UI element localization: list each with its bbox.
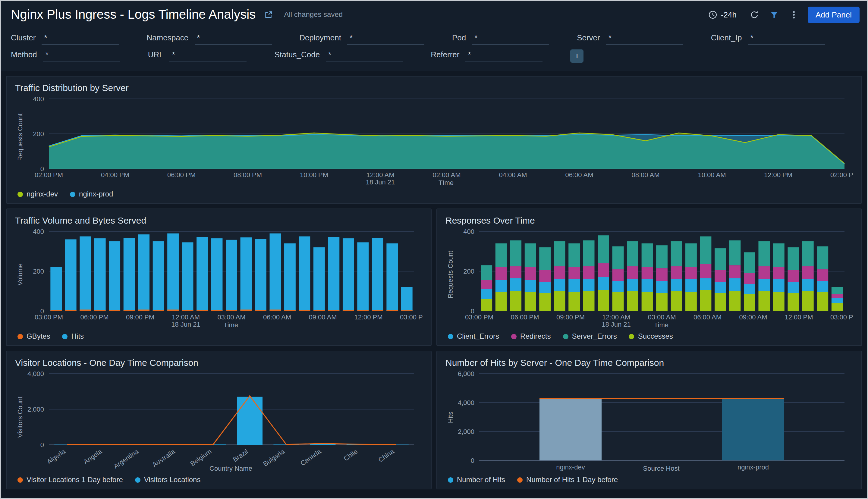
- url-input[interactable]: [170, 49, 247, 61]
- svg-text:Chile: Chile: [342, 448, 359, 463]
- svg-text:06:00 AM: 06:00 AM: [263, 313, 291, 321]
- svg-text:12:00 PM: 12:00 PM: [764, 171, 792, 179]
- svg-text:12:00 AM: 12:00 AM: [172, 313, 200, 321]
- filter-method: Method: [11, 49, 120, 61]
- svg-text:2,000: 2,000: [27, 405, 44, 413]
- legend-label: Redirects: [520, 332, 551, 341]
- chart-legend: Client_ErrorsRedirectsServer_ErrorsSucce…: [448, 332, 853, 341]
- filter-label: Namespace: [146, 33, 188, 42]
- panel-hits-by-server: Number of Hits by Server - One Day Time …: [437, 351, 862, 489]
- filter-url: URL: [148, 49, 247, 61]
- legend-color-dot: [563, 333, 568, 339]
- client-ip-input[interactable]: [748, 33, 825, 45]
- panel-title: Traffic Volume and Bytes Served: [15, 215, 423, 226]
- clock-icon: [708, 10, 717, 19]
- panel-grid: Traffic Distribution by Server Requests …: [1, 71, 867, 498]
- referrer-input[interactable]: [466, 49, 543, 61]
- svg-text:03:00 PM: 03:00 PM: [35, 313, 63, 321]
- share-icon[interactable]: [263, 9, 274, 20]
- svg-text:06:00 PM: 06:00 PM: [511, 313, 539, 321]
- legend-label: Hits: [71, 332, 84, 341]
- svg-text:Belgium: Belgium: [189, 448, 213, 468]
- legend-label: Number of Hits: [457, 475, 505, 484]
- legend-color-dot: [17, 191, 23, 197]
- legend-item[interactable]: nginx-dev: [17, 190, 58, 198]
- legend-item[interactable]: nginx-prod: [70, 190, 113, 198]
- svg-text:400: 400: [463, 228, 474, 235]
- filter-row-1: Cluster Namespace Deployment Pod Server …: [11, 33, 857, 45]
- svg-text:08:00 PM: 08:00 PM: [234, 171, 262, 179]
- filter-pod: Pod: [452, 33, 549, 45]
- legend-item[interactable]: Visitors Locations: [135, 475, 201, 484]
- svg-text:02:00 PM: 02:00 PM: [35, 171, 63, 179]
- add-panel-button[interactable]: Add Panel: [808, 6, 859, 23]
- panel-traffic-distribution: Traffic Distribution by Server Requests …: [6, 76, 862, 204]
- y-axis-title: Volume: [15, 228, 25, 320]
- legend-label: GBytes: [26, 332, 50, 341]
- svg-text:400: 400: [33, 95, 44, 103]
- legend-color-dot: [517, 477, 523, 483]
- kebab-menu-icon: [790, 10, 798, 19]
- cluster-input[interactable]: [41, 33, 119, 45]
- legend-item[interactable]: Visitor Locations 1 Day before: [17, 475, 123, 484]
- legend-color-dot: [62, 333, 68, 339]
- svg-text:06:00 PM: 06:00 PM: [167, 171, 196, 179]
- svg-text:03:00 AM: 03:00 AM: [218, 313, 246, 321]
- svg-text:12:00 PM: 12:00 PM: [784, 313, 813, 321]
- svg-text:2,000: 2,000: [458, 428, 474, 435]
- y-axis-title: Visitors Count: [15, 370, 25, 464]
- svg-text:0: 0: [40, 441, 44, 449]
- filter-label: Pod: [452, 33, 466, 42]
- chart-legend: Number of HitsNumber of Hits 1 Day befor…: [448, 475, 853, 484]
- dashboard-header: Nginx Plus Ingress - Logs Timeline Analy…: [1, 1, 867, 28]
- method-input[interactable]: [43, 49, 120, 61]
- y-axis-title: Requests Count: [15, 95, 25, 179]
- visitor-locations-chart[interactable]: 02,0004,000AlgeriaAngolaArgentinaAustral…: [25, 370, 423, 464]
- svg-text:08:00 AM: 08:00 AM: [632, 171, 660, 179]
- legend-label: Visitor Locations 1 Day before: [26, 475, 123, 484]
- svg-text:04:00 AM: 04:00 AM: [499, 171, 527, 179]
- filter-icon: [770, 10, 779, 19]
- legend-color-dot: [17, 333, 23, 339]
- svg-text:nginx-prod: nginx-prod: [737, 463, 769, 471]
- add-filter-button[interactable]: +: [571, 49, 584, 63]
- filter-button[interactable]: [769, 9, 780, 20]
- refresh-button[interactable]: [749, 9, 760, 20]
- filter-namespace: Namespace: [146, 33, 271, 45]
- server-input[interactable]: [606, 33, 683, 45]
- legend-item[interactable]: Hits: [62, 332, 84, 341]
- legend-item[interactable]: Server_Errors: [563, 332, 616, 341]
- legend-item[interactable]: GBytes: [17, 332, 50, 341]
- svg-text:10:00 AM: 10:00 AM: [698, 171, 726, 179]
- legend-item[interactable]: Redirects: [511, 332, 551, 341]
- traffic-volume-chart[interactable]: 020040003:00 PM06:00 PM09:00 PM12:00 AM1…: [25, 228, 423, 320]
- status-code-input[interactable]: [326, 49, 403, 61]
- namespace-input[interactable]: [194, 33, 271, 45]
- legend-color-dot: [448, 477, 453, 483]
- legend-item[interactable]: Client_Errors: [448, 332, 499, 341]
- hits-by-server-chart[interactable]: 02,0004,0006,000nginx-devnginx-prod: [455, 370, 853, 464]
- svg-text:18 Jun 21: 18 Jun 21: [366, 179, 395, 186]
- legend-color-dot: [511, 333, 516, 339]
- time-range-button[interactable]: -24h: [705, 9, 740, 20]
- dashboard: Nginx Plus Ingress - Logs Timeline Analy…: [0, 0, 868, 499]
- svg-text:03:00 PM: 03:00 PM: [465, 313, 493, 321]
- svg-text:03:00 PM: 03:00 PM: [830, 313, 853, 321]
- legend-label: Server_Errors: [572, 332, 616, 341]
- time-range-label: -24h: [721, 10, 737, 19]
- filter-label: Referrer: [431, 50, 459, 59]
- responses-over-time-chart[interactable]: 020040003:00 PM06:00 PM09:00 PM12:00 AM1…: [455, 228, 853, 320]
- deployment-input[interactable]: [347, 33, 424, 45]
- filter-label: Deployment: [299, 33, 341, 42]
- svg-text:nginx-dev: nginx-dev: [556, 463, 585, 471]
- traffic-distribution-chart[interactable]: 020040002:00 PM04:00 PM06:00 PM08:00 PM1…: [25, 95, 853, 179]
- svg-text:Argentina: Argentina: [112, 448, 140, 470]
- legend-item[interactable]: Successes: [629, 332, 673, 341]
- legend-item[interactable]: Number of Hits 1 Day before: [517, 475, 618, 484]
- pod-input[interactable]: [472, 33, 549, 45]
- kebab-menu-button[interactable]: [788, 9, 799, 20]
- y-axis-title: Requests Count: [445, 228, 455, 320]
- svg-text:12:00 AM: 12:00 AM: [602, 313, 630, 321]
- legend-item[interactable]: Number of Hits: [448, 475, 505, 484]
- svg-text:Algeria: Algeria: [46, 448, 67, 465]
